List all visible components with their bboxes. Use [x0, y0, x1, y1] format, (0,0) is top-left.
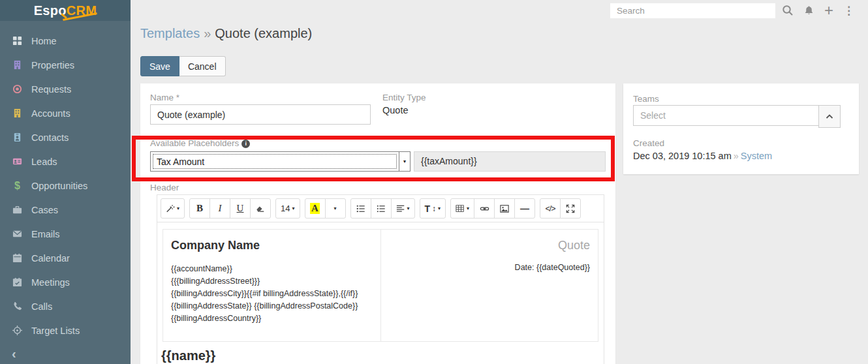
ordered-list-icon [377, 204, 386, 213]
bell-icon[interactable] [803, 5, 814, 16]
placeholder-line: {{billingAddressState}} {{billingAddress… [171, 300, 373, 312]
bold-button[interactable]: B [189, 198, 210, 219]
name-input[interactable] [150, 104, 371, 125]
sidebar-item-contacts[interactable]: Contacts [0, 125, 131, 149]
breadcrumb: Templates»Quote (example) [140, 26, 312, 41]
picture-icon [500, 204, 509, 213]
entity-type-value: Quote [382, 105, 409, 115]
picture-button[interactable] [494, 198, 515, 219]
logo[interactable]: EspoCRM [0, 0, 131, 21]
name-field-label: Name * [150, 93, 179, 102]
sidebar-collapse-chevron[interactable]: ‹ [12, 347, 16, 360]
dollar-icon: $ [12, 180, 23, 192]
sidebar-item-target-lists[interactable]: Target Lists [0, 318, 131, 342]
chevron-up-icon [826, 113, 833, 120]
ordered-list-button[interactable] [371, 198, 392, 219]
sidebar-item-requests[interactable]: Requests [0, 77, 131, 101]
name-placeholder-heading: {{name}} [161, 348, 598, 363]
id-badge-icon [12, 132, 23, 142]
kebab-menu-icon[interactable]: ⋮ [843, 4, 854, 18]
record-edit-panel: Name * Entity Type Quote Available Place… [140, 83, 615, 364]
font-color-button[interactable]: A [305, 198, 326, 219]
sidebar-item-label: Leads [31, 157, 57, 167]
document-title-text: Quote [389, 239, 591, 252]
sidebar-item-calendar[interactable]: Calendar [0, 246, 131, 270]
building-icon [12, 60, 23, 70]
clear-format-button[interactable] [250, 198, 271, 219]
paragraph-group: ▾ [350, 198, 415, 219]
sidebar-nav: Home Properties Requests Accounts Contac… [0, 21, 131, 342]
insert-group: ▾ — [450, 198, 535, 219]
placeholder-line: {{{billingAddressStreet}}} [171, 275, 373, 288]
font-size-group: 14▾ [275, 198, 300, 219]
sidebar-item-label: Contacts [31, 132, 69, 143]
sidebar-item-properties[interactable]: Properties [0, 53, 131, 77]
sidebar-item-label: Accounts [31, 108, 70, 119]
sidebar-item-meetings[interactable]: Meetings [0, 270, 131, 294]
teams-select-input[interactable] [633, 105, 819, 126]
link-button[interactable] [474, 198, 495, 219]
magic-wand-icon [166, 204, 175, 213]
table-button[interactable]: ▾ [450, 198, 474, 219]
italic-button[interactable]: I [209, 198, 230, 219]
align-button[interactable]: ▾ [391, 198, 415, 219]
font-size-button[interactable]: 14▾ [275, 198, 300, 219]
horizontal-rule-button[interactable]: — [514, 198, 535, 219]
calendar-check-icon [12, 277, 23, 287]
cancel-button[interactable]: Cancel [179, 56, 226, 76]
crosshair-icon [12, 326, 23, 335]
teams-label: Teams [633, 94, 659, 104]
sidebar-item-label: Opportunities [31, 181, 87, 191]
action-buttons: Save Cancel [140, 56, 226, 76]
teams-expand-button[interactable] [818, 105, 841, 128]
created-by-link[interactable]: System [741, 151, 772, 161]
dot-circle-icon [12, 84, 23, 94]
sidebar-item-label: Home [31, 36, 57, 46]
code-view-button[interactable]: </> [540, 198, 561, 219]
line-height-button[interactable]: T↕▾ [420, 198, 446, 219]
placeholder-select[interactable]: Tax Amount ▾ [150, 151, 411, 172]
created-value: Dec 03, 2019 10:15 am»System [633, 151, 772, 161]
company-cell: Company Name {{accountName}} {{{billingA… [163, 230, 381, 342]
sidebar-item-label: Properties [31, 60, 74, 70]
magic-style-button[interactable]: ▾ [161, 198, 185, 219]
unordered-list-button[interactable] [350, 198, 371, 219]
sidebar-item-opportunities[interactable]: $ Opportunities [0, 174, 131, 198]
view-group: </> [540, 198, 581, 219]
date-placeholder-line: Date: {{dateQuoted}} [389, 263, 591, 272]
placeholder-line: {{billingAddressCountry}} [171, 312, 373, 325]
plus-icon[interactable]: + [824, 4, 833, 17]
font-style-group: B I U [189, 198, 271, 219]
unordered-list-icon [356, 204, 365, 213]
info-icon[interactable]: i [241, 140, 250, 148]
entity-type-label: Entity Type [382, 93, 426, 102]
save-button[interactable]: Save [140, 56, 179, 76]
id-card-icon [12, 157, 23, 166]
sidebar-item-leads[interactable]: Leads [0, 149, 131, 174]
page-title: Quote (example) [215, 26, 312, 40]
sidebar-item-calls[interactable]: Calls [0, 294, 131, 318]
sidebar-item-accounts[interactable]: Accounts [0, 101, 131, 125]
placeholder-code-field[interactable]: {{taxAmount}} [414, 151, 606, 172]
placeholder-select-value: Tax Amount [151, 153, 398, 170]
font-color-dropdown[interactable]: ▾ [325, 198, 346, 219]
search-input[interactable] [610, 3, 775, 18]
sidebar-item-label: Emails [31, 229, 60, 239]
building-icon [12, 108, 23, 118]
search-icon[interactable] [782, 5, 794, 16]
sidebar-item-cases[interactable]: Cases [0, 198, 131, 222]
sidebar-item-home[interactable]: Home [0, 29, 131, 53]
breadcrumb-separator: » [200, 26, 215, 40]
sidebar-item-emails[interactable]: Emails [0, 222, 131, 246]
editor-content[interactable]: Company Name {{accountName}} {{{billingA… [157, 222, 604, 363]
sidebar-item-label: Cases [31, 205, 58, 215]
breadcrumb-templates-link[interactable]: Templates [140, 26, 200, 40]
editor-toolbar: ▾ B I U 14▾ A ▾ ▾ [157, 195, 604, 222]
fullscreen-icon [566, 204, 575, 213]
align-left-icon [396, 204, 405, 213]
underline-button[interactable]: U [230, 198, 251, 219]
home-icon [12, 36, 23, 46]
style-group: ▾ [161, 198, 185, 219]
sidebar-item-label: Target Lists [31, 326, 80, 336]
fullscreen-button[interactable] [560, 198, 581, 219]
